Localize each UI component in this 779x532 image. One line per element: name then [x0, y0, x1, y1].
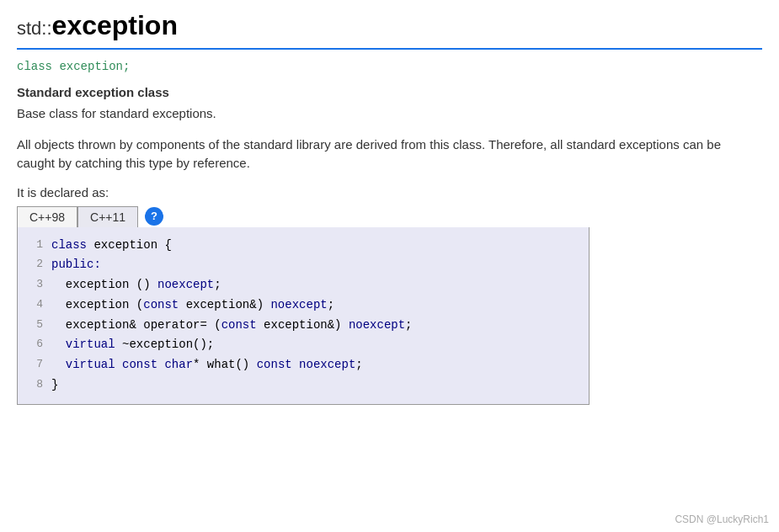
description1: Base class for standard exceptions. — [17, 104, 762, 124]
tab-content-wrapper: 1 class exception { 2 public: 3 exceptio… — [17, 227, 590, 405]
line-num-6: 6 — [26, 335, 43, 355]
help-icon[interactable]: ? — [145, 207, 163, 226]
title-area: std::exception — [17, 10, 762, 50]
tab-cpp98[interactable]: C++98 — [17, 206, 77, 227]
code-line-6: 6 virtual ~exception(); — [18, 335, 589, 355]
code-content-2: public: — [51, 255, 101, 275]
description2: All objects thrown by components of the … — [17, 136, 762, 173]
line-num-8: 8 — [26, 375, 43, 396]
code-line-4: 4 exception (const exception&) noexcept; — [18, 295, 589, 316]
code-box: 1 class exception { 2 public: 3 exceptio… — [17, 227, 590, 405]
code-line-8: 8 } — [18, 375, 589, 396]
class-declaration: class exception; — [17, 60, 762, 73]
declared-as-label: It is declared as: — [17, 185, 762, 200]
tab-cpp11[interactable]: C++11 — [77, 206, 138, 227]
tabs-area: C++98 C++11 ? — [17, 206, 762, 227]
code-line-7: 7 virtual const char* what() const noexc… — [18, 355, 589, 375]
code-line-5: 5 exception& operator= (const exception&… — [18, 316, 589, 336]
code-content-8: } — [51, 375, 58, 396]
code-line-1: 1 class exception { — [18, 236, 589, 256]
title-prefix: std:: — [17, 18, 52, 39]
line-num-5: 5 — [26, 316, 43, 336]
page-container: std::exception class exception; Standard… — [0, 0, 779, 422]
section-heading: Standard exception class — [17, 85, 762, 99]
code-content-4: exception (const exception&) noexcept; — [51, 295, 334, 316]
code-content-3: exception () noexcept; — [51, 275, 221, 295]
code-line-3: 3 exception () noexcept; — [18, 275, 589, 295]
code-content-7: virtual const char* what() const noexcep… — [51, 355, 363, 375]
line-num-4: 4 — [26, 295, 43, 316]
title-main: exception — [52, 10, 178, 40]
line-num-3: 3 — [26, 275, 43, 295]
watermark: CSDN @LuckyRich1 — [675, 513, 769, 525]
code-content-5: exception& operator= (const exception&) … — [51, 316, 413, 336]
code-line-2: 2 public: — [18, 255, 589, 275]
line-num-7: 7 — [26, 355, 43, 375]
line-num-2: 2 — [26, 255, 43, 275]
line-num-1: 1 — [26, 236, 43, 256]
code-content-1: class exception { — [51, 236, 172, 256]
code-content-6: virtual ~exception(); — [51, 335, 214, 355]
